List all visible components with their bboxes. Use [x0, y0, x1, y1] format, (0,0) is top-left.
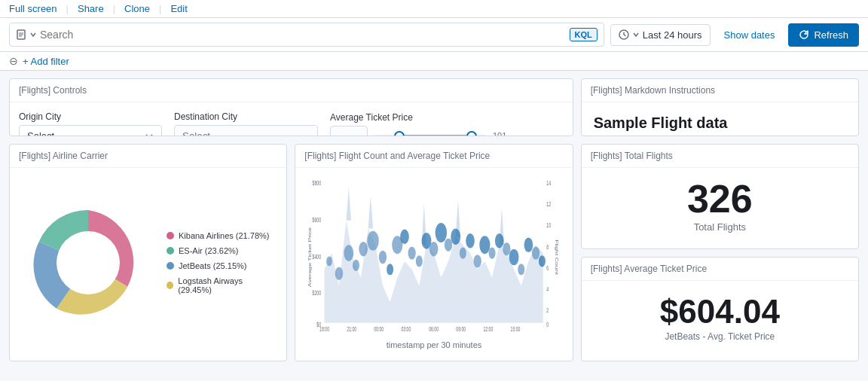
dashboard: [Flights] Controls Origin City Select...… — [0, 71, 868, 369]
svg-text:4: 4 — [547, 286, 549, 294]
origin-city-label: Origin City — [19, 111, 162, 122]
legend-label-jetbeats: JetBeats (25.15%) — [179, 261, 247, 270]
svg-point-47 — [509, 249, 519, 266]
slider-thumb-left[interactable] — [394, 131, 405, 136]
price-min-input[interactable] — [330, 126, 368, 136]
svg-text:$200: $200 — [313, 290, 321, 297]
search-input[interactable] — [40, 29, 567, 41]
svg-point-48 — [518, 264, 525, 275]
svg-point-39 — [451, 229, 461, 245]
legend-dot-jetbeats — [167, 262, 174, 270]
slider-thumb-right[interactable] — [466, 131, 477, 136]
airline-panel-title: [Flights] Airline Carrier — [10, 145, 286, 168]
add-filter-label: + Add filter — [23, 56, 69, 67]
donut-container: Kibana Airlines (21.78%) ES-Air (23.62%)… — [10, 168, 286, 357]
destination-city-group: Destination City — [174, 111, 318, 136]
time-picker[interactable]: Last 24 hours — [610, 24, 711, 46]
svg-point-45 — [495, 233, 504, 248]
flight-count-panel-title: [Flights] Flight Count and Average Ticke… — [295, 145, 572, 168]
controls-content: Origin City Select... Destination City A… — [10, 102, 573, 136]
controls-row: Origin City Select... Destination City A… — [19, 111, 564, 136]
svg-text:Average Ticket Price: Average Ticket Price — [308, 227, 313, 287]
search-bar: KQL Last 24 hours Show dates Refresh — [0, 18, 868, 52]
svg-point-27 — [359, 242, 368, 257]
svg-point-49 — [524, 237, 533, 252]
legend-dot-kibana — [167, 232, 174, 239]
search-icon-button[interactable] — [16, 29, 37, 40]
donut-chart — [25, 195, 151, 331]
svg-point-41 — [466, 233, 475, 248]
svg-text:12: 12 — [547, 201, 552, 209]
legend-label-esair: ES-Air (23.62%) — [179, 246, 238, 255]
svg-point-30 — [387, 264, 393, 275]
origin-city-select[interactable]: Select... — [19, 125, 162, 136]
svg-text:$800: $800 — [313, 180, 321, 187]
share-link[interactable]: Share — [78, 3, 104, 14]
controls-panel: [Flights] Controls Origin City Select...… — [9, 78, 573, 136]
x-axis-label: timestamp per 30 minutes — [307, 340, 560, 349]
svg-text:12:00: 12:00 — [484, 326, 494, 334]
svg-text:09:00: 09:00 — [457, 326, 466, 334]
flight-count-chart: $800 $600 $400 $200 $0 Average Ticket Pr… — [307, 175, 560, 339]
svg-point-24 — [335, 267, 343, 280]
svg-point-28 — [368, 231, 379, 251]
legend-dot-logstash — [167, 282, 173, 289]
kql-badge[interactable]: KQL — [570, 28, 598, 41]
clock-icon — [619, 29, 629, 40]
origin-city-group: Origin City Select... — [19, 111, 162, 136]
svg-point-34 — [416, 255, 423, 267]
markdown-panel-title: [Flights] Markdown Instructions — [582, 79, 858, 102]
legend-jetbeats: JetBeats (25.15%) — [167, 261, 271, 270]
legend-kibana: Kibana Airlines (21.78%) — [167, 231, 271, 240]
total-flights-value: 326 — [687, 179, 753, 218]
svg-text:$600: $600 — [313, 217, 321, 224]
legend-logstash: Logstash Airways (29.45%) — [167, 276, 271, 294]
search-field[interactable]: KQL — [9, 23, 604, 47]
price-slider[interactable] — [374, 129, 487, 136]
svg-text:6: 6 — [547, 265, 549, 273]
origin-city-value: Select... — [27, 130, 63, 136]
destination-city-label: Destination City — [174, 111, 318, 122]
refresh-button[interactable]: Refresh — [788, 23, 859, 47]
slider-min-label: 101 — [493, 131, 506, 136]
legend-label-logstash: Logstash Airways (29.45%) — [178, 276, 271, 294]
right-column: [Flights] Total Flights 326 Total Flight… — [581, 144, 859, 361]
svg-point-36 — [429, 242, 439, 257]
svg-point-23 — [326, 256, 332, 266]
svg-point-51 — [539, 255, 546, 267]
clock-chevron-icon — [632, 31, 640, 38]
svg-text:0: 0 — [547, 321, 549, 328]
legend-label-kibana: Kibana Airlines (21.78%) — [179, 231, 269, 240]
svg-point-43 — [480, 236, 491, 254]
svg-point-50 — [532, 246, 539, 259]
add-filter-button[interactable]: + Add filter — [23, 56, 69, 67]
svg-text:2: 2 — [547, 307, 549, 315]
svg-text:10: 10 — [547, 222, 552, 230]
svg-line-6 — [624, 35, 626, 36]
svg-text:21:00: 21:00 — [347, 326, 357, 334]
destination-city-input[interactable] — [174, 125, 318, 136]
svg-point-46 — [503, 242, 511, 255]
legend-dot-esair — [167, 247, 174, 255]
avg-price-value: $604.04 — [660, 295, 780, 328]
avg-price-panel: [Flights] Average Ticket Price $604.04 J… — [581, 257, 859, 362]
show-dates-button[interactable]: Show dates — [717, 25, 783, 45]
edit-link[interactable]: Edit — [170, 3, 187, 14]
refresh-icon — [799, 29, 809, 40]
svg-point-26 — [353, 260, 359, 271]
svg-text:06:00: 06:00 — [429, 326, 439, 334]
document-icon — [16, 29, 26, 40]
total-flights-stat: 326 Total Flights — [582, 168, 858, 245]
airline-carrier-panel: [Flights] Airline Carrier Kibana Airline… — [9, 144, 287, 361]
svg-text:03:00: 03:00 — [402, 326, 411, 334]
clone-link[interactable]: Clone — [124, 3, 150, 14]
avg-price-stat: $604.04 JetBeats - Avg. Ticket Price — [582, 281, 858, 358]
markdown-panel: [Flights] Markdown Instructions Sample F… — [581, 78, 859, 136]
svg-text:14: 14 — [547, 180, 552, 187]
svg-text:8: 8 — [547, 243, 549, 251]
svg-text:15:00: 15:00 — [511, 326, 521, 334]
markdown-content: Sample Flight data This dashboard contai… — [582, 102, 858, 136]
flight-count-panel: [Flights] Flight Count and Average Ticke… — [295, 144, 573, 361]
flight-count-chart-container: $800 $600 $400 $200 $0 Average Ticket Pr… — [295, 168, 572, 357]
full-screen-link[interactable]: Full screen — [9, 3, 57, 14]
